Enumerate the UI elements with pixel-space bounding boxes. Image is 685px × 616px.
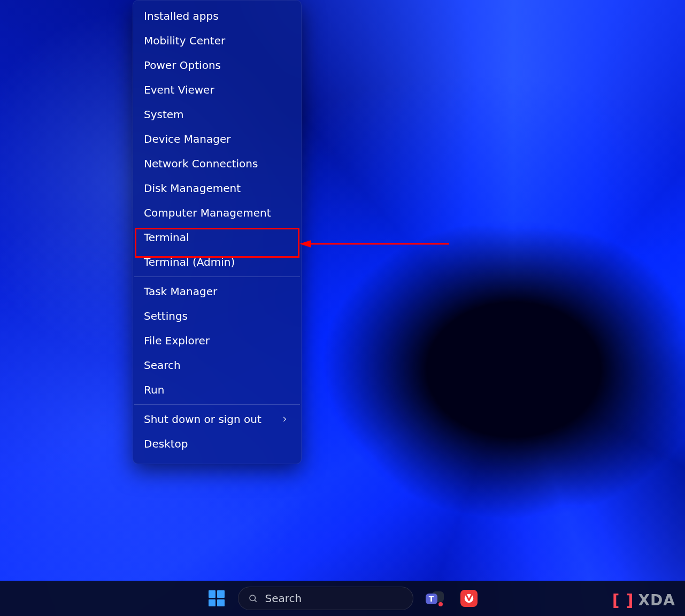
menu-item-run[interactable]: Run (133, 378, 301, 402)
vivaldi-icon (460, 590, 478, 607)
windows-logo-icon (209, 590, 225, 606)
svg-point-2 (250, 595, 256, 601)
menu-item-device-manager[interactable]: Device Manager (133, 127, 301, 151)
menu-item-shutdown-signout[interactable]: Shut down or sign out (133, 407, 301, 432)
menu-item-installed-apps[interactable]: Installed apps (133, 4, 301, 28)
menu-item-mobility-center[interactable]: Mobility Center (133, 28, 301, 53)
menu-item-desktop[interactable]: Desktop (133, 432, 301, 456)
menu-item-search[interactable]: Search (133, 353, 301, 378)
menu-item-power-options[interactable]: Power Options (133, 53, 301, 78)
start-button[interactable] (204, 586, 229, 611)
menu-separator (134, 276, 300, 277)
menu-item-label: Terminal (144, 231, 189, 244)
power-user-menu: Installed apps Mobility Center Power Opt… (133, 0, 302, 464)
taskbar-vivaldi-button[interactable] (456, 586, 482, 611)
taskbar-teams-button[interactable]: T (422, 586, 448, 611)
menu-item-label: Run (144, 383, 164, 396)
menu-separator (134, 404, 300, 405)
menu-item-label: System (144, 108, 184, 121)
taskbar: Search T (0, 581, 685, 616)
menu-item-task-manager[interactable]: Task Manager (133, 279, 301, 304)
menu-item-settings[interactable]: Settings (133, 304, 301, 328)
menu-item-system[interactable]: System (133, 102, 301, 127)
menu-item-label: Task Manager (144, 285, 217, 298)
menu-item-file-explorer[interactable]: File Explorer (133, 328, 301, 353)
search-icon (248, 594, 258, 603)
search-placeholder: Search (265, 592, 302, 605)
menu-item-label: Event Viewer (144, 83, 214, 96)
menu-item-terminal[interactable]: Terminal (133, 225, 301, 250)
menu-item-label: Shut down or sign out (144, 413, 261, 426)
menu-item-disk-management[interactable]: Disk Management (133, 176, 301, 201)
menu-item-label: Power Options (144, 59, 221, 72)
svg-line-3 (255, 600, 257, 602)
teams-icon: T (426, 590, 444, 606)
menu-item-label: Computer Management (144, 206, 271, 219)
menu-item-label: Mobility Center (144, 34, 225, 47)
menu-item-event-viewer[interactable]: Event Viewer (133, 78, 301, 102)
desktop-wallpaper (0, 0, 685, 616)
menu-item-label: Installed apps (144, 10, 219, 22)
menu-item-label: Device Manager (144, 133, 230, 145)
chevron-right-icon (281, 414, 288, 425)
menu-item-label: Search (144, 359, 181, 372)
menu-item-network-connections[interactable]: Network Connections (133, 151, 301, 176)
menu-item-label: Desktop (144, 437, 188, 450)
menu-item-label: Disk Management (144, 182, 241, 195)
taskbar-search[interactable]: Search (238, 587, 413, 610)
menu-item-computer-management[interactable]: Computer Management (133, 201, 301, 225)
menu-item-terminal-admin[interactable]: Terminal (Admin) (133, 250, 301, 274)
menu-item-label: Network Connections (144, 157, 258, 170)
menu-item-label: Settings (144, 310, 188, 322)
menu-item-label: File Explorer (144, 334, 210, 347)
menu-item-label: Terminal (Admin) (144, 256, 235, 268)
